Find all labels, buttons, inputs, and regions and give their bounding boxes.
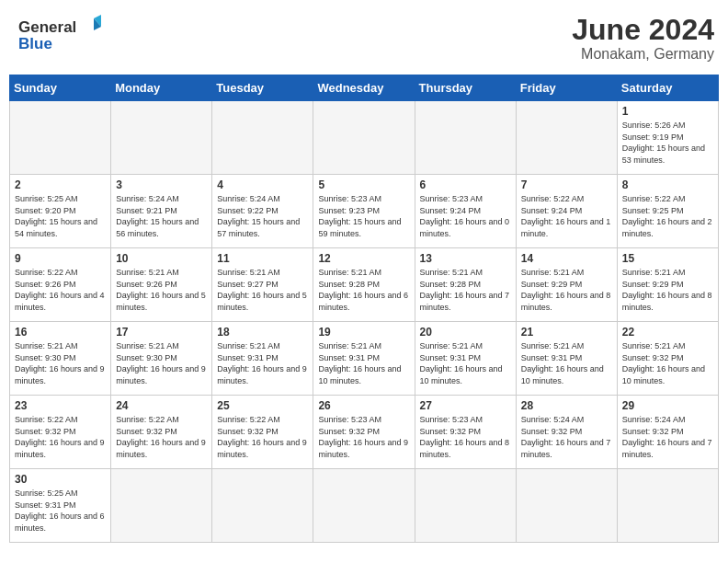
day-cell: 8Sunrise: 5:22 AM Sunset: 9:25 PM Daylig… [617, 175, 718, 248]
day-cell [415, 469, 516, 543]
day-number: 25 [217, 399, 308, 412]
day-cell: 13Sunrise: 5:21 AM Sunset: 9:28 PM Dayli… [415, 248, 516, 322]
day-number: 24 [116, 399, 207, 412]
day-number: 29 [622, 399, 713, 412]
day-cell: 4Sunrise: 5:24 AM Sunset: 9:22 PM Daylig… [212, 175, 313, 248]
calendar-subtitle: Monakam, Germany [572, 46, 714, 63]
day-number: 28 [521, 399, 612, 412]
day-cell: 16Sunrise: 5:21 AM Sunset: 9:30 PM Dayli… [10, 322, 111, 396]
svg-text:General: General [18, 18, 76, 36]
calendar-title: June 2024 [572, 14, 714, 46]
day-cell: 29Sunrise: 5:24 AM Sunset: 9:32 PM Dayli… [617, 396, 718, 469]
day-cell: 10Sunrise: 5:21 AM Sunset: 9:26 PM Dayli… [111, 248, 212, 322]
svg-text:Blue: Blue [18, 35, 52, 52]
day-info: Sunrise: 5:22 AM Sunset: 9:24 PM Dayligh… [521, 193, 612, 239]
day-info: Sunrise: 5:22 AM Sunset: 9:32 PM Dayligh… [116, 414, 207, 460]
col-sunday: Sunday [10, 75, 111, 101]
col-tuesday: Tuesday [212, 75, 313, 101]
day-cell: 3Sunrise: 5:24 AM Sunset: 9:21 PM Daylig… [111, 175, 212, 248]
day-info: Sunrise: 5:21 AM Sunset: 9:31 PM Dayligh… [521, 340, 612, 386]
day-info: Sunrise: 5:23 AM Sunset: 9:23 PM Dayligh… [318, 193, 409, 239]
day-info: Sunrise: 5:22 AM Sunset: 9:32 PM Dayligh… [15, 414, 106, 460]
day-info: Sunrise: 5:21 AM Sunset: 9:29 PM Dayligh… [521, 267, 612, 313]
day-number: 10 [116, 252, 207, 265]
day-cell [516, 101, 617, 175]
week-row-3: 16Sunrise: 5:21 AM Sunset: 9:30 PM Dayli… [10, 322, 719, 396]
day-cell: 6Sunrise: 5:23 AM Sunset: 9:24 PM Daylig… [415, 175, 516, 248]
day-cell: 14Sunrise: 5:21 AM Sunset: 9:29 PM Dayli… [516, 248, 617, 322]
day-cell [10, 101, 111, 175]
day-cell: 2Sunrise: 5:25 AM Sunset: 9:20 PM Daylig… [10, 175, 111, 248]
day-number: 4 [217, 178, 308, 191]
day-number: 21 [521, 326, 612, 339]
day-info: Sunrise: 5:21 AM Sunset: 9:26 PM Dayligh… [116, 267, 207, 313]
day-cell [415, 101, 516, 175]
day-info: Sunrise: 5:21 AM Sunset: 9:31 PM Dayligh… [217, 340, 308, 386]
header-row: Sunday Monday Tuesday Wednesday Thursday… [10, 75, 719, 101]
day-number: 6 [420, 178, 511, 191]
day-cell [212, 101, 313, 175]
week-row-4: 23Sunrise: 5:22 AM Sunset: 9:32 PM Dayli… [10, 396, 719, 469]
col-friday: Friday [516, 75, 617, 101]
logo-svg: General Blue [18, 14, 101, 55]
day-cell: 22Sunrise: 5:21 AM Sunset: 9:32 PM Dayli… [617, 322, 718, 396]
day-info: Sunrise: 5:24 AM Sunset: 9:32 PM Dayligh… [521, 414, 612, 460]
day-number: 13 [420, 252, 511, 265]
day-info: Sunrise: 5:25 AM Sunset: 9:31 PM Dayligh… [15, 488, 106, 534]
day-cell: 23Sunrise: 5:22 AM Sunset: 9:32 PM Dayli… [10, 396, 111, 469]
day-cell [111, 469, 212, 543]
day-number: 30 [15, 473, 106, 486]
day-cell: 12Sunrise: 5:21 AM Sunset: 9:28 PM Dayli… [313, 248, 415, 322]
day-number: 18 [217, 326, 308, 339]
day-cell: 5Sunrise: 5:23 AM Sunset: 9:23 PM Daylig… [313, 175, 415, 248]
day-cell [111, 101, 212, 175]
day-cell: 17Sunrise: 5:21 AM Sunset: 9:30 PM Dayli… [111, 322, 212, 396]
day-number: 1 [622, 105, 713, 118]
day-number: 20 [420, 326, 511, 339]
day-info: Sunrise: 5:21 AM Sunset: 9:29 PM Dayligh… [622, 267, 713, 313]
day-number: 23 [15, 399, 106, 412]
day-cell: 20Sunrise: 5:21 AM Sunset: 9:31 PM Dayli… [415, 322, 516, 396]
day-info: Sunrise: 5:22 AM Sunset: 9:32 PM Dayligh… [217, 414, 308, 460]
day-info: Sunrise: 5:23 AM Sunset: 9:24 PM Dayligh… [420, 193, 511, 239]
day-number: 5 [318, 178, 409, 191]
day-cell: 15Sunrise: 5:21 AM Sunset: 9:29 PM Dayli… [617, 248, 718, 322]
day-number: 3 [116, 178, 207, 191]
day-info: Sunrise: 5:21 AM Sunset: 9:31 PM Dayligh… [420, 340, 511, 386]
day-number: 14 [521, 252, 612, 265]
day-cell [212, 469, 313, 543]
day-number: 27 [420, 399, 511, 412]
day-cell: 7Sunrise: 5:22 AM Sunset: 9:24 PM Daylig… [516, 175, 617, 248]
day-info: Sunrise: 5:21 AM Sunset: 9:28 PM Dayligh… [420, 267, 511, 313]
week-row-0: 1Sunrise: 5:26 AM Sunset: 9:19 PM Daylig… [10, 101, 719, 175]
week-row-1: 2Sunrise: 5:25 AM Sunset: 9:20 PM Daylig… [10, 175, 719, 248]
day-number: 15 [622, 252, 713, 265]
week-row-2: 9Sunrise: 5:22 AM Sunset: 9:26 PM Daylig… [10, 248, 719, 322]
day-info: Sunrise: 5:23 AM Sunset: 9:32 PM Dayligh… [318, 414, 409, 460]
day-info: Sunrise: 5:25 AM Sunset: 9:20 PM Dayligh… [15, 193, 106, 239]
day-number: 22 [622, 326, 713, 339]
day-cell: 19Sunrise: 5:21 AM Sunset: 9:31 PM Dayli… [313, 322, 415, 396]
title-area: June 2024 Monakam, Germany [572, 14, 714, 63]
day-cell: 18Sunrise: 5:21 AM Sunset: 9:31 PM Dayli… [212, 322, 313, 396]
header: General Blue June 2024 Monakam, Germany [9, 9, 719, 67]
day-info: Sunrise: 5:24 AM Sunset: 9:32 PM Dayligh… [622, 414, 713, 460]
day-number: 17 [116, 326, 207, 339]
day-cell [617, 469, 718, 543]
week-row-5: 30Sunrise: 5:25 AM Sunset: 9:31 PM Dayli… [10, 469, 719, 543]
day-info: Sunrise: 5:23 AM Sunset: 9:32 PM Dayligh… [420, 414, 511, 460]
col-monday: Monday [111, 75, 212, 101]
day-number: 11 [217, 252, 308, 265]
day-number: 9 [15, 252, 106, 265]
day-info: Sunrise: 5:22 AM Sunset: 9:25 PM Dayligh… [622, 193, 713, 239]
day-info: Sunrise: 5:21 AM Sunset: 9:27 PM Dayligh… [217, 267, 308, 313]
day-info: Sunrise: 5:24 AM Sunset: 9:21 PM Dayligh… [116, 193, 207, 239]
day-cell: 25Sunrise: 5:22 AM Sunset: 9:32 PM Dayli… [212, 396, 313, 469]
day-info: Sunrise: 5:22 AM Sunset: 9:26 PM Dayligh… [15, 267, 106, 313]
day-info: Sunrise: 5:21 AM Sunset: 9:28 PM Dayligh… [318, 267, 409, 313]
day-cell: 27Sunrise: 5:23 AM Sunset: 9:32 PM Dayli… [415, 396, 516, 469]
day-cell [313, 101, 415, 175]
day-cell: 30Sunrise: 5:25 AM Sunset: 9:31 PM Dayli… [10, 469, 111, 543]
day-info: Sunrise: 5:21 AM Sunset: 9:30 PM Dayligh… [116, 340, 207, 386]
logo: General Blue [18, 14, 101, 55]
